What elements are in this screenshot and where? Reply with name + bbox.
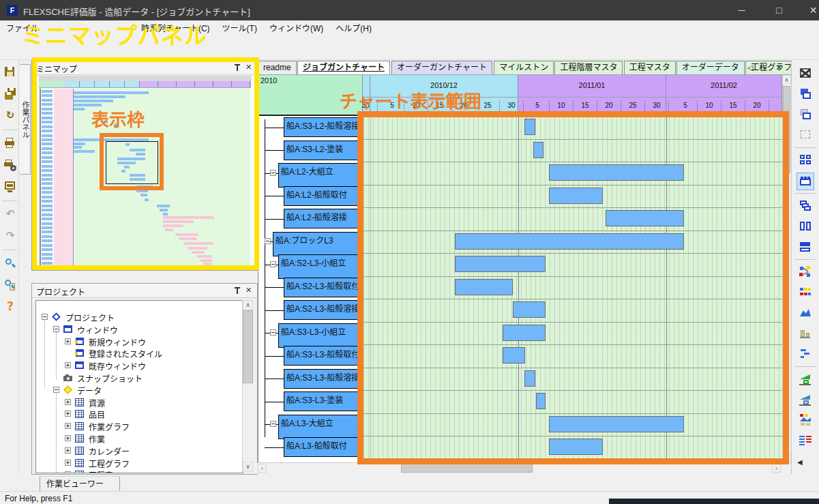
dock-button-gantt-dashes[interactable] <box>796 346 814 364</box>
pin-icon[interactable] <box>232 63 242 72</box>
gantt-row-label[interactable]: 船A:S3-L3-船殻取付 <box>284 346 362 366</box>
menu-item[interactable]: ウィンドウ(W) <box>263 22 329 33</box>
project-panel-titlebar[interactable]: プロジェクト ✕ <box>32 284 257 298</box>
dock-button-stack-windows[interactable] <box>796 198 814 216</box>
pin-icon[interactable] <box>232 286 242 295</box>
chart-hscroll-thumb[interactable] <box>401 464 533 473</box>
close-button[interactable]: ✕ <box>798 0 819 20</box>
tab-ジョブガントチャート[interactable]: ジョブガントチャート <box>297 61 390 74</box>
gantt-bar[interactable] <box>513 301 546 318</box>
gantt-row-label[interactable]: 船A:L2-大組立 <box>278 163 362 188</box>
collapse-arrow-icon[interactable]: ◀ <box>797 458 803 466</box>
tree-item-ウィンドウ[interactable]: ウィンドウ <box>77 324 118 336</box>
tree-item-作業グラフ[interactable]: 作業グラフ <box>89 421 130 432</box>
tree-collapse-box[interactable] <box>53 387 59 393</box>
tab-工程マスタ[interactable]: 工程マスタ <box>624 61 676 74</box>
tree-collapse-box[interactable] <box>42 314 48 320</box>
gantt-row-label[interactable]: 船A:S2-L3-船殻溶接 <box>284 300 362 320</box>
tab-オーダーガントチャート[interactable]: オーダーガントチャート <box>391 61 492 74</box>
tree-item-品目[interactable]: 品目 <box>89 409 105 420</box>
gantt-bar[interactable] <box>503 347 525 364</box>
gantt-bar[interactable] <box>549 188 603 204</box>
maximize-button[interactable]: □ <box>764 0 794 20</box>
dock-button-zoom-doc[interactable] <box>2 277 18 295</box>
tree-collapse-box[interactable] <box>265 238 271 244</box>
tree-item-新規ウィンドウ[interactable]: 新規ウィンドウ <box>89 336 146 348</box>
tree-collapse-box[interactable] <box>270 170 276 176</box>
tree-item-作業[interactable]: 作業 <box>89 433 105 445</box>
scroll-up-icon[interactable]: ∧ <box>782 75 791 84</box>
gantt-bar[interactable] <box>606 210 684 226</box>
close-icon[interactable]: ✕ <box>243 63 254 72</box>
tree-item-工程グラフ[interactable]: 工程グラフ <box>89 458 130 469</box>
tree-item-プロジェクト[interactable]: プロジェクト <box>65 312 115 323</box>
dock-button-redo[interactable]: ↷ <box>2 228 18 246</box>
menu-item[interactable]: 時系列チャート(C) <box>135 22 216 33</box>
tree-collapse-box[interactable] <box>270 261 276 267</box>
dock-button-new-window[interactable] <box>796 106 814 124</box>
close-icon[interactable]: ✕ <box>243 286 254 295</box>
tree-expand-box[interactable] <box>65 411 71 417</box>
minimize-button[interactable]: ─ <box>726 0 757 20</box>
gantt-bar[interactable] <box>455 279 513 295</box>
tab-工程階層マスタ[interactable]: 工程階層マスタ <box>554 61 623 74</box>
dock-button-tile-grid[interactable] <box>796 152 814 170</box>
tree-expand-box[interactable] <box>65 423 71 429</box>
gantt-row-label[interactable]: 船A:L2-船殻溶接 <box>284 209 362 228</box>
gantt-bar[interactable] <box>549 439 603 455</box>
tree-expand-box[interactable] <box>65 447 71 454</box>
dock-button-empty-frame[interactable] <box>796 127 814 145</box>
gantt-bar[interactable] <box>549 416 684 432</box>
menu-item[interactable]: ツール(T) <box>216 22 263 33</box>
tree-expand-box[interactable] <box>65 435 71 441</box>
tab-オーダーデータ[interactable]: オーダーデータ <box>676 61 745 74</box>
scroll-right-icon[interactable]: › <box>772 464 781 473</box>
scrollbar-thumb[interactable] <box>243 310 253 383</box>
dock-button-load-chart-blue[interactable] <box>796 391 814 409</box>
tree-item-データ[interactable]: データ <box>77 385 102 396</box>
tab-scroll-right-icon[interactable]: ▷ <box>758 62 769 73</box>
tree-collapse-box[interactable] <box>270 329 276 336</box>
tab-close-icon[interactable]: ✕ <box>773 62 784 73</box>
work-viewer-tab[interactable]: 作業ビューワー <box>40 476 120 492</box>
gantt-row-label[interactable]: 船A:S3-L3-船殻溶接 <box>284 369 362 389</box>
tree-expand-box[interactable] <box>65 471 71 473</box>
scroll-down-icon[interactable]: ∨ <box>243 462 253 472</box>
scroll-up-icon[interactable]: ∧ <box>243 300 253 310</box>
tree-expand-box[interactable] <box>65 362 71 368</box>
dock-button-area-chart[interactable] <box>796 305 814 323</box>
dock-button-print[interactable] <box>2 135 18 153</box>
gantt-row-label[interactable]: 船A:S3-L3-塗装 <box>284 391 362 411</box>
gantt-bar[interactable] <box>536 393 546 409</box>
tree-item-資源[interactable]: 資源 <box>89 397 105 409</box>
chart-vscroll-thumb[interactable] <box>783 86 790 173</box>
work-panel-vertical-tab[interactable]: 作業パネル <box>20 64 31 175</box>
menu-item[interactable]: ファイル <box>0 22 45 33</box>
dock-button-network-chart[interactable] <box>796 264 814 282</box>
dock-button-close-window[interactable] <box>796 65 814 83</box>
gantt-bar[interactable] <box>549 164 684 181</box>
dock-button-print-gear[interactable] <box>2 157 18 175</box>
menu-item[interactable]: ヘルプ(H) <box>329 22 378 33</box>
dock-button-print-preview[interactable] <box>2 179 18 196</box>
dock-button-reload[interactable]: ↻ <box>2 108 18 125</box>
gantt-row-label[interactable]: 船A:L3-船殻取付 <box>284 437 362 457</box>
dock-button-cascade-windows[interactable] <box>796 86 814 104</box>
tree-collapse-box[interactable] <box>53 326 59 332</box>
dock-button-save-all[interactable] <box>2 86 18 104</box>
tree-expand-box[interactable] <box>65 338 71 344</box>
tab-マイルストン[interactable]: マイルストン <box>494 61 554 74</box>
dock-button-help[interactable]: ? <box>2 299 18 316</box>
gantt-row-label[interactable]: 船A:S3-L3-小組立 <box>278 323 362 348</box>
gantt-row-label[interactable]: 船A:L3-大組立 <box>278 415 362 439</box>
dock-button-split-horizontal[interactable] <box>796 239 814 256</box>
dock-button-load-chart-green[interactable] <box>796 371 814 389</box>
tree-item-スナップショット[interactable]: スナップショット <box>77 372 143 384</box>
gantt-bar[interactable] <box>455 233 684 250</box>
gantt-bar[interactable] <box>533 142 543 158</box>
dock-button-save[interactable] <box>2 64 18 82</box>
gantt-row-label[interactable]: 船A:L2-船殻取付 <box>284 186 362 206</box>
minimap-panel-titlebar[interactable]: ミニマップ ✕ <box>32 61 257 75</box>
scroll-down-icon[interactable]: ∨ <box>782 454 791 462</box>
tab-readme[interactable]: readme <box>258 61 297 74</box>
